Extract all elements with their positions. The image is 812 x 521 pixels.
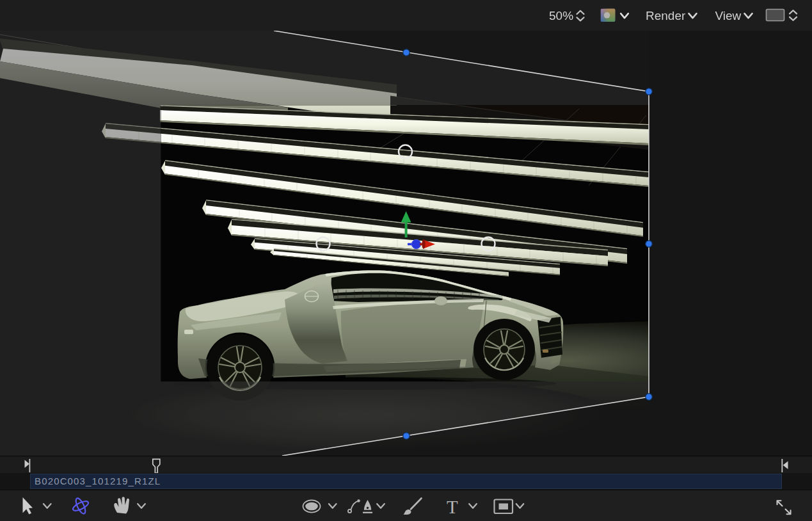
- svg-text:Render: Render: [646, 9, 686, 22]
- svg-text:T: T: [447, 497, 458, 517]
- svg-text:50%: 50%: [549, 9, 573, 22]
- svg-text:View: View: [715, 9, 742, 22]
